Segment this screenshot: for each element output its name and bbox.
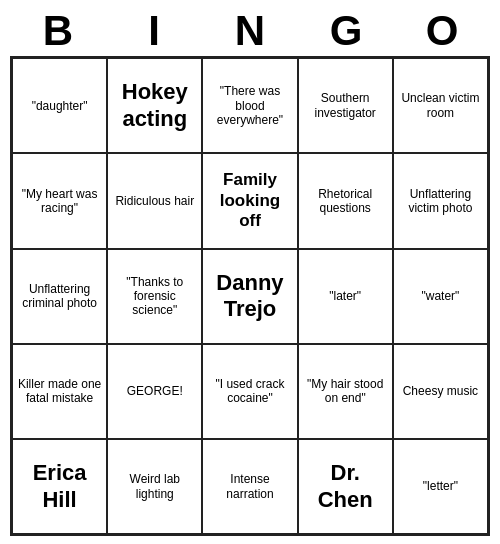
bingo-cell-15: Killer made one fatal mistake: [12, 344, 107, 439]
bingo-cell-21: Weird lab lighting: [107, 439, 202, 534]
bingo-cell-14: "water": [393, 249, 488, 344]
bingo-cell-13: "later": [298, 249, 393, 344]
bingo-letter-B: B: [10, 8, 106, 54]
bingo-letter-N: N: [202, 8, 298, 54]
bingo-letter-I: I: [106, 8, 202, 54]
bingo-letter-O: O: [394, 8, 490, 54]
bingo-cell-12: Danny Trejo: [202, 249, 297, 344]
bingo-cell-19: Cheesy music: [393, 344, 488, 439]
bingo-cell-0: "daughter": [12, 58, 107, 153]
bingo-cell-3: Southern investigator: [298, 58, 393, 153]
bingo-grid: "daughter"Hokey acting"There was blood e…: [10, 56, 490, 536]
bingo-letter-G: G: [298, 8, 394, 54]
bingo-cell-5: "My heart was racing": [12, 153, 107, 248]
bingo-cell-8: Rhetorical questions: [298, 153, 393, 248]
bingo-cell-6: Ridiculous hair: [107, 153, 202, 248]
bingo-cell-18: "My hair stood on end": [298, 344, 393, 439]
bingo-cell-4: Unclean victim room: [393, 58, 488, 153]
bingo-cell-11: "Thanks to forensic science": [107, 249, 202, 344]
bingo-cell-2: "There was blood everywhere": [202, 58, 297, 153]
bingo-cell-23: Dr. Chen: [298, 439, 393, 534]
bingo-cell-9: Unflattering victim photo: [393, 153, 488, 248]
bingo-cell-24: "letter": [393, 439, 488, 534]
bingo-cell-17: "I used crack cocaine": [202, 344, 297, 439]
bingo-header: BINGO: [10, 8, 490, 54]
bingo-cell-22: Intense narration: [202, 439, 297, 534]
bingo-cell-7: Family looking off: [202, 153, 297, 248]
bingo-cell-1: Hokey acting: [107, 58, 202, 153]
bingo-cell-10: Unflattering criminal photo: [12, 249, 107, 344]
bingo-cell-16: GEORGE!: [107, 344, 202, 439]
bingo-cell-20: Erica Hill: [12, 439, 107, 534]
